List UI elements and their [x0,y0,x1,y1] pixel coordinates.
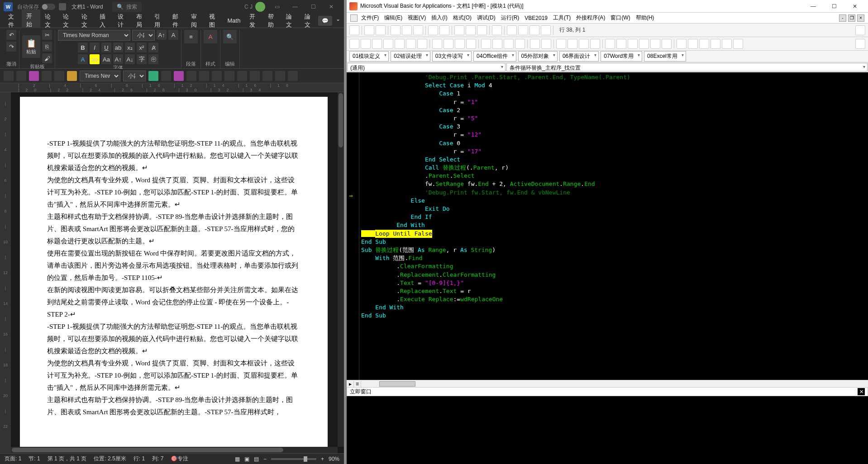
warning-icon[interactable] [67,71,77,81]
toolbox-icon[interactable] [541,25,551,35]
superscript-icon[interactable]: x² [137,43,147,52]
close-icon[interactable]: ✕ [322,0,340,14]
tool11-icon[interactable] [275,71,285,81]
project-explorer-icon[interactable] [507,25,517,35]
vertical-scrollbar[interactable] [338,92,344,447]
bold-icon[interactable]: B [78,43,88,52]
cat-dd-2[interactable]: 02错误处理 [391,51,430,62]
tb2-28-icon[interactable] [677,39,687,49]
tool9-icon[interactable] [250,71,260,81]
reset-icon[interactable] [477,25,487,35]
redo-icon[interactable]: ↷ [6,42,16,52]
view-proc-icon[interactable]: ▸ [347,381,354,387]
tb2-31-icon[interactable] [711,39,720,49]
paste-icon[interactable] [413,25,423,35]
tool3-icon[interactable] [174,71,184,81]
child-restore-icon[interactable]: ❐ [848,14,855,22]
tb2-23-icon[interactable] [616,39,626,49]
hscroll-thumb[interactable] [379,381,415,387]
tb2-14-icon[interactable] [504,39,514,49]
toolbar-overflow-icon[interactable] [855,25,865,35]
object-browser-icon[interactable] [529,25,539,35]
menu-view[interactable]: 视图(V) [406,13,428,23]
document-page[interactable]: -STEP 1-视频提供了功能强大的方法帮助您证明您-STEP 11-的观点。当… [20,97,328,453]
status-position[interactable]: 位置: 2.5厘米 [94,455,126,463]
paragraph[interactable]: 主题和样式也有助于文档保持协调。-STEP 89-当您单击设计并选择新的主题时，… [47,211,300,247]
vba-minimize-icon[interactable]: — [803,0,824,13]
code-gutter[interactable]: ⇨ [347,72,359,380]
tb2-24-icon[interactable] [628,39,638,49]
vertical-ruler[interactable]: |2|4|6|8|10|12|14|16|18|20|22 [0,92,11,453]
menu-debug[interactable]: 调试(D) [475,13,497,23]
insert-module-icon[interactable] [364,25,374,35]
clear-format-icon[interactable]: A̷ [148,43,158,52]
properties-icon[interactable] [518,25,528,35]
toolbar2-overflow-icon[interactable] [855,39,865,49]
font-color-icon[interactable]: A [78,54,88,64]
subscript-icon[interactable]: x₂ [125,43,135,52]
view-web-icon[interactable]: ▤ [254,456,259,462]
status-line[interactable]: 行: 1 [134,455,145,463]
underline-icon[interactable]: U [101,43,111,52]
phonetic-guide-icon[interactable]: 字 [137,54,147,64]
immediate-window[interactable] [347,396,868,464]
tb2-29-icon[interactable] [688,39,698,49]
undo-icon[interactable]: ↶ [6,30,16,40]
vba-close-icon[interactable]: ✕ [844,0,865,13]
font-size-dropdown[interactable]: 小四 [132,30,155,41]
font-name-dropdown[interactable]: Times New Roman [58,30,130,41]
status-column[interactable]: 列: 7 [152,455,163,463]
design-mode-icon[interactable] [492,25,502,35]
format-painter-icon[interactable]: 🖌 [42,53,52,63]
tool4-icon[interactable] [186,71,196,81]
tb2-19-icon[interactable] [568,39,577,49]
character-border-icon[interactable]: A [168,30,178,40]
styles-icon[interactable]: A [204,30,217,43]
tb2-10-icon[interactable] [455,39,465,49]
save2-icon[interactable] [29,71,39,81]
status-pages[interactable]: 第 1 页，共 1 页 [48,455,87,463]
tb2-18-icon[interactable] [556,39,566,49]
undo-icon[interactable] [428,25,438,35]
change-case-icon[interactable]: Aa [101,54,111,64]
status-page[interactable]: 页面: 1 [5,455,21,463]
paragraph[interactable]: -STEP 1-视频提供了功能强大的方法帮助您证明您-STEP 11-的观点。当… [47,321,300,357]
tool6-icon[interactable] [212,71,222,81]
immediate-header[interactable]: 立即窗口 ✕ [347,387,868,396]
tb2-26-icon[interactable] [650,39,660,49]
immediate-close-icon[interactable]: ✕ [858,388,865,395]
paragraph[interactable]: 使用在需要位置出现的新按钮在 Word 中保存时间。若要更改图片适应文档的方式，… [47,247,300,284]
paragraph[interactable]: -STEP 1-视频提供了功能强大的方法帮助您证明您-STEP 11-的观点。当… [47,137,300,174]
status-section[interactable]: 节: 1 [29,455,40,463]
tb2-21-icon[interactable] [590,39,600,49]
tb2-7-icon[interactable] [417,39,427,49]
paste-button[interactable]: 📋 粘贴 [22,35,40,58]
menu-run[interactable]: 运行(R) [499,13,521,23]
tb2-15-icon[interactable] [515,39,525,49]
tb2-32-icon[interactable] [722,39,732,49]
cat-dd-3[interactable]: 03文件读写 [432,51,472,62]
zoom-value[interactable]: 90% [329,456,339,462]
menu-format[interactable]: 格式(O) [451,13,473,23]
tool5-icon[interactable] [199,71,209,81]
menu-window[interactable]: 窗口(W) [609,13,632,23]
open-icon[interactable] [16,71,26,81]
tb2-13-icon[interactable] [492,39,502,49]
menu-tools[interactable]: 工具(T) [551,13,572,23]
tb2-27-icon[interactable] [662,39,672,49]
menu-insert[interactable]: 插入(I) [429,13,449,23]
tb2-20-icon[interactable] [579,39,589,49]
italic-icon[interactable]: I [90,43,100,52]
tb2-3-icon[interactable] [372,39,382,49]
child-minimize-icon[interactable]: - [839,14,846,22]
zoom-out-icon[interactable]: − [263,456,267,462]
object-dropdown[interactable]: (通用) [347,63,506,71]
paragraph[interactable]: 主题和样式也有助于文档保持协调。-STEP 89-当您单击设计并选择新的主题时，… [47,394,300,418]
tb2-22-icon[interactable] [605,39,615,49]
tb2-6-icon[interactable] [406,39,416,49]
tb2-8-icon[interactable] [432,39,442,49]
view-read-icon[interactable]: ▦ [235,456,240,462]
new-icon[interactable] [4,71,14,81]
cat-dd-4[interactable]: 04Office组件 [473,51,516,62]
run-icon[interactable] [454,25,464,35]
